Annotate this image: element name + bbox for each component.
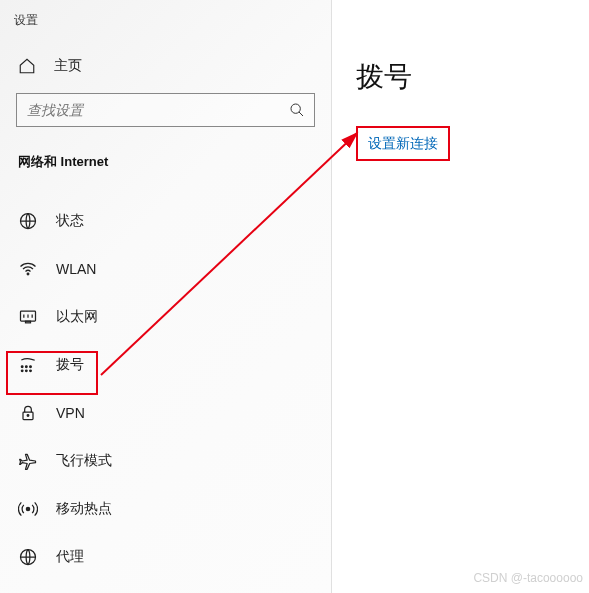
annotation-highlight-link: 设置新连接 (356, 126, 450, 161)
search-input[interactable] (16, 93, 315, 127)
watermark: CSDN @-tacoooooo (473, 571, 583, 585)
svg-point-0 (291, 104, 300, 113)
sidebar-item-label: VPN (56, 405, 85, 421)
sidebar-item-label: 飞行模式 (56, 452, 112, 470)
ethernet-icon (18, 307, 38, 327)
sidebar-item-status[interactable]: 状态 (0, 197, 331, 245)
airplane-icon (18, 451, 38, 471)
nav-list: 状态 WLAN (0, 197, 331, 581)
svg-point-12 (21, 370, 23, 372)
sidebar-item-label: 状态 (56, 212, 84, 230)
svg-line-1 (299, 112, 303, 116)
svg-point-14 (30, 370, 32, 372)
home-label: 主页 (54, 57, 82, 75)
main-panel: 拨号 设置新连接 (332, 0, 589, 593)
wifi-icon (18, 259, 38, 279)
svg-point-13 (26, 370, 28, 372)
sidebar-item-airplane[interactable]: 飞行模式 (0, 437, 331, 485)
proxy-icon (18, 547, 38, 567)
sidebar-item-wlan[interactable]: WLAN (0, 245, 331, 293)
sidebar-item-label: 拨号 (56, 356, 84, 374)
home-icon (18, 57, 36, 75)
svg-point-10 (26, 366, 28, 368)
status-icon (18, 211, 38, 231)
sidebar-item-hotspot[interactable]: 移动热点 (0, 485, 331, 533)
sidebar-item-label: WLAN (56, 261, 96, 277)
sidebar-item-label: 以太网 (56, 308, 98, 326)
svg-point-11 (30, 366, 32, 368)
page-title: 拨号 (356, 58, 579, 96)
svg-point-3 (27, 273, 29, 275)
sidebar: 设置 主页 网络和 Internet (0, 0, 332, 593)
sidebar-item-proxy[interactable]: 代理 (0, 533, 331, 581)
sidebar-item-label: 移动热点 (56, 500, 112, 518)
window-title: 设置 (0, 10, 331, 47)
home-button[interactable]: 主页 (0, 47, 331, 85)
svg-rect-5 (26, 321, 31, 323)
svg-point-16 (27, 415, 29, 417)
new-connection-link[interactable]: 设置新连接 (368, 135, 438, 151)
sidebar-item-ethernet[interactable]: 以太网 (0, 293, 331, 341)
search-box[interactable] (16, 93, 315, 127)
section-header: 网络和 Internet (0, 131, 331, 177)
sidebar-item-dialup[interactable]: 拨号 (0, 341, 331, 389)
hotspot-icon (18, 499, 38, 519)
svg-point-9 (21, 366, 23, 368)
dialup-icon (18, 355, 38, 375)
sidebar-item-vpn[interactable]: VPN (0, 389, 331, 437)
sidebar-item-label: 代理 (56, 548, 84, 566)
search-icon (289, 102, 305, 118)
svg-point-17 (26, 507, 29, 510)
vpn-icon (18, 403, 38, 423)
